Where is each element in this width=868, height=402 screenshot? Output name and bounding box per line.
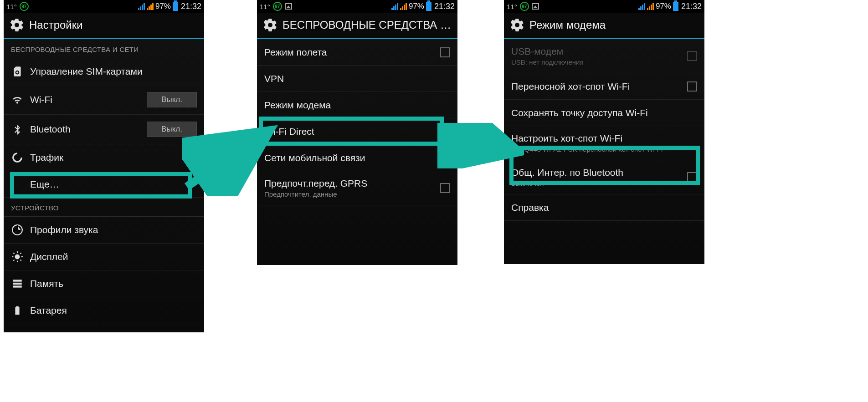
wifi-toggle[interactable]: Выкл.: [147, 92, 197, 107]
svg-line-8: [21, 260, 21, 261]
page-title: Настройки: [29, 19, 83, 31]
screenshot-notification-icon: [532, 3, 539, 10]
row-bluetooth-share[interactable]: Общ. Интер. по Bluetooth Выключен: [504, 160, 704, 194]
svg-point-0: [16, 71, 18, 73]
status-battery-badge: 97: [20, 2, 29, 11]
status-bar: 11° 97 97% 21:32: [4, 0, 204, 13]
page-title: БЕСПРОВОДНЫЕ СРЕДСТВА И СЕ…: [282, 19, 452, 31]
phone-screenshot-3: 11° 97 97% 21:32 Режим модема USB-модем …: [504, 0, 704, 264]
row-label: Настроить хот-спот Wi-Fi: [511, 133, 663, 144]
svg-line-10: [21, 253, 21, 254]
signal-sim1-icon: [638, 3, 645, 10]
status-battery-pct: 97%: [155, 2, 171, 11]
status-bar: 11° 97 97% 21:32: [257, 0, 457, 13]
bluetooth-toggle[interactable]: Выкл.: [147, 122, 197, 137]
gear-icon: [9, 17, 25, 33]
signal-sim1-icon: [391, 3, 398, 10]
title-bar: БЕСПРОВОДНЫЕ СРЕДСТВА И СЕ…: [257, 13, 457, 39]
row-display[interactable]: Дисплей: [4, 244, 204, 270]
signal-sim2-icon: [647, 3, 654, 10]
svg-point-2: [15, 254, 20, 260]
row-configure-hotspot[interactable]: Настроить хот-спот Wi-Fi Fly IQ443 WPA2 …: [504, 126, 704, 160]
row-label: Режим модема: [264, 100, 331, 111]
row-label: Сохранять точку доступа Wi-Fi: [511, 107, 648, 118]
svg-line-7: [13, 253, 14, 254]
title-bar: Режим модема: [504, 13, 704, 39]
signal-sim1-icon: [138, 3, 145, 10]
row-memory[interactable]: Память: [4, 270, 204, 297]
gear-icon: [509, 17, 525, 33]
row-usb-tether: USB-модем USB: нет подключения: [504, 39, 704, 73]
row-tethering[interactable]: Режим модема: [257, 92, 457, 118]
status-battery-badge: 97: [273, 2, 282, 11]
status-bar: 11° 97 97% 21:32: [504, 0, 704, 13]
section-wireless-header: БЕСПРОВОДНЫЕ СРЕДСТВА И СЕТИ: [4, 39, 204, 58]
row-label: Память: [30, 278, 63, 289]
row-sublabel: Fly IQ443 WPA2 PSK переносной хот-спот W…: [511, 145, 663, 153]
status-temperature: 11°: [6, 3, 17, 10]
status-battery-pct: 97%: [409, 2, 424, 11]
row-sublabel: Выключен: [511, 179, 623, 187]
row-airplane-mode[interactable]: Режим полета: [257, 39, 457, 66]
hotspot-checkbox[interactable]: [687, 81, 697, 92]
section-device-header: УСТРОЙСТВО: [4, 198, 204, 217]
screenshot-notification-icon: [285, 3, 292, 10]
battery-icon: [173, 2, 178, 11]
row-label: Общ. Интер. по Bluetooth: [511, 167, 623, 178]
wifidirect-checkbox[interactable]: [440, 127, 450, 137]
signal-sim2-icon: [147, 3, 154, 10]
status-temperature: 11°: [260, 3, 270, 10]
row-label: VPN: [264, 73, 284, 84]
status-temperature: 11°: [507, 3, 517, 10]
row-mobile-networks[interactable]: Сети мобильной связи: [257, 145, 457, 171]
row-sublabel: Предпочтител. данные: [264, 190, 367, 198]
svg-line-9: [13, 260, 14, 261]
row-sublabel: USB: нет подключения: [511, 58, 584, 66]
row-bluetooth[interactable]: Bluetooth Выкл.: [4, 115, 204, 144]
row-vpn[interactable]: VPN: [257, 66, 457, 92]
storage-icon: [11, 277, 24, 290]
row-label: Bluetooth: [30, 124, 71, 135]
row-portable-hotspot[interactable]: Переносной хот-спот Wi-Fi: [504, 73, 704, 100]
display-icon: [11, 250, 24, 263]
row-label: USB-модем: [511, 46, 584, 57]
battery-icon: [426, 2, 431, 11]
airplane-checkbox[interactable]: [440, 47, 450, 57]
row-label: Еще…: [30, 179, 59, 190]
phone-screenshot-1: 11° 97 97% 21:32 Настройки БЕСПРОВОДНЫЕ …: [4, 0, 204, 332]
row-label: Переносной хот-спот Wi-Fi: [511, 81, 630, 92]
row-label: Предпочт.перед. GPRS: [264, 178, 367, 189]
row-sound-profiles[interactable]: Профили звука: [4, 217, 204, 244]
row-help[interactable]: Справка: [504, 194, 704, 221]
row-wifi-direct[interactable]: Wi-Fi Direct: [257, 118, 457, 145]
row-gprs-pref[interactable]: Предпочт.перед. GPRS Предпочтител. данны…: [257, 171, 457, 205]
row-more[interactable]: Еще…: [4, 171, 204, 198]
row-keep-hotspot[interactable]: Сохранять точку доступа Wi-Fi: [504, 100, 704, 126]
row-wifi[interactable]: Wi-Fi Выкл.: [4, 85, 204, 115]
row-battery[interactable]: Батарея: [4, 297, 204, 324]
sound-icon: [11, 224, 24, 236]
row-label: Справка: [511, 202, 549, 213]
row-label: Wi-Fi: [30, 94, 52, 105]
bluetooth-icon: [11, 123, 24, 136]
signal-sim2-icon: [400, 3, 407, 10]
row-data-usage[interactable]: Трафик: [4, 144, 204, 171]
btshare-checkbox[interactable]: [687, 172, 697, 182]
status-battery-badge: 97: [520, 2, 529, 11]
status-clock: 21:32: [681, 2, 702, 11]
gprs-checkbox[interactable]: [440, 183, 450, 193]
page-title: Режим модема: [529, 19, 606, 31]
data-usage-icon: [11, 151, 24, 164]
battery-menu-icon: [11, 304, 24, 317]
row-sim-management[interactable]: Управление SIM-картами: [4, 58, 204, 85]
svg-rect-11: [13, 280, 22, 281]
phone-screenshot-2: 11° 97 97% 21:32 БЕСПРОВОДНЫЕ СРЕДСТВА И…: [257, 0, 457, 265]
row-label: Wi-Fi Direct: [264, 126, 314, 137]
svg-rect-13: [13, 285, 22, 287]
wifi-icon: [11, 93, 24, 106]
row-label: Режим полета: [264, 47, 327, 58]
gear-icon: [262, 17, 278, 33]
sim-card-icon: [11, 65, 24, 78]
row-label: Батарея: [30, 305, 67, 316]
usb-checkbox: [687, 51, 697, 61]
